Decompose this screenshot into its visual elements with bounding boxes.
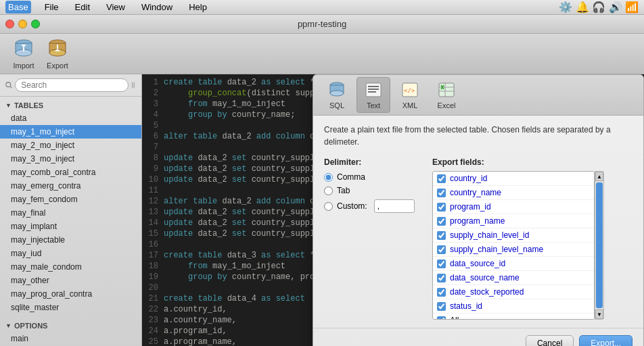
content-area: 1create table data_2 as select *, 2 grou… [142,74,644,346]
svg-rect-7 [57,45,58,49]
field-data-source-id-checkbox[interactable] [437,260,446,268]
comma-radio[interactable] [324,173,333,182]
sidebar-item-main[interactable]: main [0,332,141,345]
tables-triangle-icon: ▼ [5,102,12,109]
text-label: Text [367,101,380,109]
field-supply-chain-level-name: supply_chain_level_name [433,243,594,257]
field-country-id: country_id [433,172,594,186]
delimiter-radio-group: Comma Tab Custom: [324,172,419,213]
sidebar-item-may-final[interactable]: may_final [0,206,141,220]
menu-help[interactable]: Help [186,1,210,14]
dialog-sql-button[interactable]: SQL [320,78,354,112]
field-program-id-label: program_id [450,202,491,212]
export-button[interactable]: Export [41,35,74,72]
sidebar-item-may-male-condom[interactable]: may_male_condom [0,260,141,274]
dialog-main-body: Delimiter: Comma Tab [324,157,632,320]
sidebar-item-may-emerg-contra[interactable]: may_emerg_contra [0,179,141,193]
field-country-name: country_name [433,186,594,200]
tab-radio[interactable] [324,187,333,195]
export-fields-title: Export fields: [432,157,632,167]
export-dialog-button[interactable]: Export... [579,335,632,346]
field-data-source-id: data_source_id [433,257,594,271]
close-button[interactable] [5,20,14,28]
sidebar-item-may-implant[interactable]: may_implant [0,220,141,233]
sidebar-item-may-2-mo-inject[interactable]: may_2_mo_inject [0,139,141,152]
field-supply-chain-level-id: supply_chain_level_id [433,228,594,243]
custom-label: Custom: [337,201,367,211]
dialog-excel-button[interactable]: Excel [430,78,463,112]
field-supply-chain-level-name-label: supply_chain_level_name [450,245,543,254]
field-data-source-name-checkbox[interactable] [437,274,446,282]
field-date-stock-reported: date_stock_reported [433,285,594,299]
field-program-id: program_id [433,200,594,214]
menu-edit[interactable]: Edit [72,1,93,14]
sidebar-item-may-other[interactable]: may_other [0,274,141,287]
svg-rect-15 [366,83,381,97]
dialog-xml-button[interactable]: </> XML [393,78,427,112]
delimiter-custom[interactable]: Custom: [324,199,419,213]
field-program-name-checkbox[interactable] [437,217,446,226]
sidebar-item-may-comb-oral-contra[interactable]: may_comb_oral_contra [0,166,141,179]
comma-label: Comma [337,172,365,182]
search-icon [5,81,12,89]
dialog-text-button[interactable]: Text [356,77,390,113]
sidebar-item-may-iud[interactable]: may_iud [0,247,141,260]
scrollbar-thumb[interactable] [596,182,603,308]
sidebar-item-may-fem-condom[interactable]: may_fem_condom [0,193,141,206]
tab-label: Tab [337,186,350,195]
sidebar-item-may-prog-oral-contra[interactable]: may_prog_oral_contra [0,287,141,301]
custom-value-input[interactable] [374,199,415,213]
field-status-id-checkbox[interactable] [437,302,446,311]
svg-point-8 [6,82,11,87]
field-program-id-checkbox[interactable] [437,203,446,212]
sidebar-item-may-injectable[interactable]: may_injectable [0,233,141,247]
scrollbar-down-button[interactable]: ▼ [595,310,603,319]
field-country-id-checkbox[interactable] [437,174,446,183]
field-program-name-label: program_name [450,216,505,226]
cancel-button[interactable]: Cancel [526,335,574,346]
search-input[interactable] [15,78,129,92]
field-supply-chain-level-name-checkbox[interactable] [437,245,446,254]
field-country-name-checkbox[interactable] [437,189,446,197]
svg-line-9 [10,86,12,88]
search-bar [0,74,141,97]
menu-window[interactable]: Window [139,1,175,14]
dialog-description: Create a plain text file from the select… [324,124,632,148]
dialog-toolbar: SQL Text </> [313,75,643,116]
field-data-source-id-label: data_source_id [450,259,505,268]
excel-label: Excel [438,101,456,109]
main-layout: ▼ TABLES data may_1_mo_inject may_2_mo_i… [0,74,644,346]
menu-file[interactable]: File [42,1,62,14]
delimiter-comma[interactable]: Comma [324,172,419,182]
scrollbar-up-button[interactable]: ▲ [595,172,603,181]
menu-view[interactable]: View [104,1,128,14]
import-button[interactable]: Import [7,35,41,72]
custom-radio[interactable] [324,202,333,211]
sidebar-item-may-3-mo-inject[interactable]: may_3_mo_inject [0,152,141,166]
maximize-button[interactable] [31,20,40,28]
import-label: Import [13,61,34,70]
field-all-checkbox[interactable] [437,316,446,320]
options-header: ▼ OPTIONS [0,320,141,332]
export-dialog: SQL Text </> [313,74,644,346]
fields-list-wrapper: country_id country_name program_id [432,171,632,320]
export-label: Export [47,61,68,70]
field-country-id-label: country_id [450,174,487,183]
field-all: All [433,314,594,320]
sidebar-item-sqlite-master[interactable]: sqlite_master [0,301,141,314]
titlebar: ppmr-testing [0,15,644,34]
sidebar-item-may-1-mo-inject[interactable]: may_1_mo_inject [0,125,141,139]
main-toolbar: Import Export [0,34,644,74]
delimiter-tab[interactable]: Tab [324,186,419,195]
sidebar-item-data[interactable]: data [0,112,141,125]
xml-label: XML [402,101,418,109]
field-date-stock-reported-checkbox[interactable] [437,288,446,297]
field-supply-chain-level-id-checkbox[interactable] [437,231,446,240]
resize-handle-icon [131,80,136,90]
fields-scrollbar[interactable]: ▲ ▼ [595,171,604,320]
window-controls [5,20,40,28]
minimize-button[interactable] [18,20,27,28]
tables-header: ▼ TABLES [0,99,141,112]
fields-list[interactable]: country_id country_name program_id [432,171,595,320]
menu-base[interactable]: Base [5,1,31,14]
